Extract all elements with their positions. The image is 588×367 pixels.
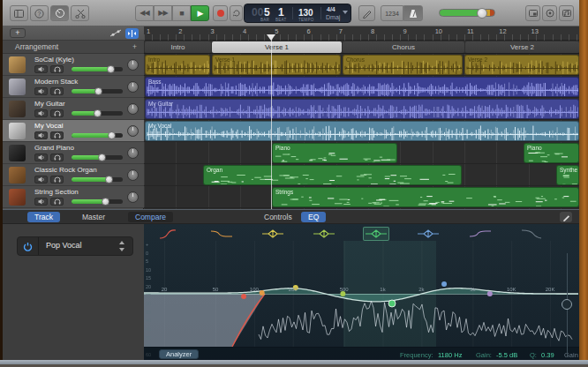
mute-button[interactable]: [34, 87, 48, 95]
pan-knob[interactable]: [127, 125, 139, 137]
chevron-down-icon[interactable]: [343, 11, 348, 14]
smart-controls-button[interactable]: [50, 5, 69, 21]
tab-controls[interactable]: Controls: [257, 212, 299, 222]
volume-slider[interactable]: [72, 67, 123, 71]
eq-band-lowpass-button[interactable]: [518, 227, 545, 241]
tuner-button[interactable]: [358, 5, 375, 21]
play-button[interactable]: ▶: [191, 5, 209, 21]
plugin-power-button[interactable]: [18, 237, 39, 255]
stop-button[interactable]: ■: [172, 5, 191, 21]
pan-knob[interactable]: [127, 191, 139, 203]
pan-knob[interactable]: [127, 103, 139, 115]
edit-smart-controls-button[interactable]: [560, 212, 572, 222]
library-button[interactable]: [10, 5, 28, 21]
eq-graph[interactable]: [144, 241, 579, 347]
volume-thumb[interactable]: [102, 198, 109, 206]
solo-button[interactable]: [50, 154, 64, 161]
gain-value[interactable]: -5.5 dB: [496, 351, 517, 359]
arrangement-section[interactable]: Verse 2: [465, 41, 579, 53]
volume-slider[interactable]: [72, 89, 123, 94]
region-midi[interactable]: Strings: [272, 187, 579, 207]
solo-button[interactable]: [50, 65, 64, 73]
mute-button[interactable]: [34, 176, 48, 184]
track-header-row[interactable]: Grand Piano: [3, 142, 144, 164]
eq-band-lowshelf-button[interactable]: [208, 227, 235, 241]
region-midi[interactable]: Organ: [203, 165, 462, 185]
quick-help-button[interactable]: ?: [30, 5, 49, 21]
catch-playhead-button[interactable]: [125, 28, 139, 39]
eq-band-bell-button[interactable]: [363, 227, 389, 241]
volume-slider[interactable]: [72, 177, 123, 182]
region-midi[interactable]: Piano: [524, 143, 579, 163]
region-drums[interactable]: Verse 2: [464, 55, 579, 75]
arrangement-section[interactable]: Chorus: [343, 41, 464, 53]
automation-button[interactable]: [109, 28, 123, 38]
pan-knob[interactable]: [127, 147, 139, 159]
playhead-handle[interactable]: [267, 34, 275, 41]
compare-button[interactable]: Compare: [128, 212, 173, 222]
volume-slider[interactable]: [72, 133, 123, 138]
solo-button[interactable]: [50, 131, 64, 139]
lcd-display[interactable]: 00 5 1 BAR BEAT 130 TEMPO 4/4 Dmaj: [244, 4, 351, 23]
volume-slider[interactable]: [72, 111, 123, 116]
track-header-row[interactable]: My Guitar: [3, 98, 144, 120]
mute-button[interactable]: [34, 109, 48, 117]
track-header-row[interactable]: Modern Stack: [3, 76, 144, 98]
volume-thumb[interactable]: [108, 131, 116, 139]
arrangement-section[interactable]: Intro: [145, 41, 211, 53]
volume-thumb[interactable]: [98, 154, 106, 161]
solo-button[interactable]: [50, 176, 64, 184]
arrangement-header[interactable]: Arrangement +: [3, 41, 144, 54]
mute-button[interactable]: [34, 198, 48, 206]
solo-button[interactable]: [50, 198, 64, 206]
arrangement-section[interactable]: Verse 1: [212, 41, 342, 53]
mute-button[interactable]: [34, 131, 48, 139]
frequency-value[interactable]: 1180 Hz: [438, 351, 462, 359]
volume-slider[interactable]: [72, 155, 123, 160]
media-browser-button[interactable]: [559, 5, 574, 21]
count-in-button[interactable]: 1234: [381, 5, 403, 21]
editors-button[interactable]: [71, 5, 89, 21]
master-volume-slider[interactable]: [439, 9, 495, 17]
region-midi[interactable]: Synthe: [556, 165, 579, 185]
eq-band-highshelf-button[interactable]: [467, 227, 494, 241]
playhead-line[interactable]: [271, 34, 272, 209]
master-volume-thumb[interactable]: [477, 8, 487, 19]
pan-knob[interactable]: [127, 59, 139, 71]
mute-button[interactable]: [34, 154, 48, 161]
eq-band-bell-button[interactable]: [312, 227, 338, 241]
region-drums[interactable]: Verse 1: [212, 55, 341, 75]
solo-button[interactable]: [50, 109, 64, 117]
tab-track[interactable]: Track: [27, 212, 60, 222]
volume-slider[interactable]: [72, 199, 123, 204]
region-midi[interactable]: Piano: [272, 143, 397, 163]
cycle-button[interactable]: [230, 5, 243, 21]
track-header-row[interactable]: SoCal (Kyle): [3, 54, 144, 76]
track-header-row[interactable]: Classic Rock Organ: [3, 164, 144, 186]
volume-thumb[interactable]: [105, 176, 113, 184]
loop-browser-button[interactable]: [542, 5, 557, 21]
eq-gain-knob[interactable]: [562, 299, 572, 310]
patch-selector[interactable]: Pop Vocal: [17, 236, 133, 256]
q-value[interactable]: 0.39: [541, 351, 554, 359]
region-drums[interactable]: Intro: [145, 55, 210, 75]
patch-stepper[interactable]: [119, 241, 125, 251]
pan-knob[interactable]: [127, 169, 139, 181]
eq-band-bell-button[interactable]: [260, 227, 286, 241]
display-mode-button[interactable]: [525, 5, 540, 21]
rewind-button[interactable]: ◀◀: [135, 5, 154, 21]
region-bass[interactable]: Bass: [145, 77, 579, 97]
region-drums[interactable]: Chorus: [343, 55, 463, 75]
record-button[interactable]: [213, 5, 228, 21]
tab-master[interactable]: Master: [75, 212, 112, 222]
solo-button[interactable]: [50, 87, 64, 95]
add-track-button[interactable]: +: [10, 28, 26, 38]
region-guitar[interactable]: My Guitar: [145, 99, 579, 119]
mute-button[interactable]: [34, 65, 48, 73]
track-header-row[interactable]: String Section: [3, 186, 144, 208]
eq-band-bell-button[interactable]: [415, 227, 441, 241]
forward-button[interactable]: ▶▶: [154, 5, 172, 21]
pan-knob[interactable]: [127, 81, 139, 93]
analyzer-button[interactable]: Analyzer: [159, 349, 199, 359]
track-header-row[interactable]: My Vocal: [3, 120, 144, 142]
